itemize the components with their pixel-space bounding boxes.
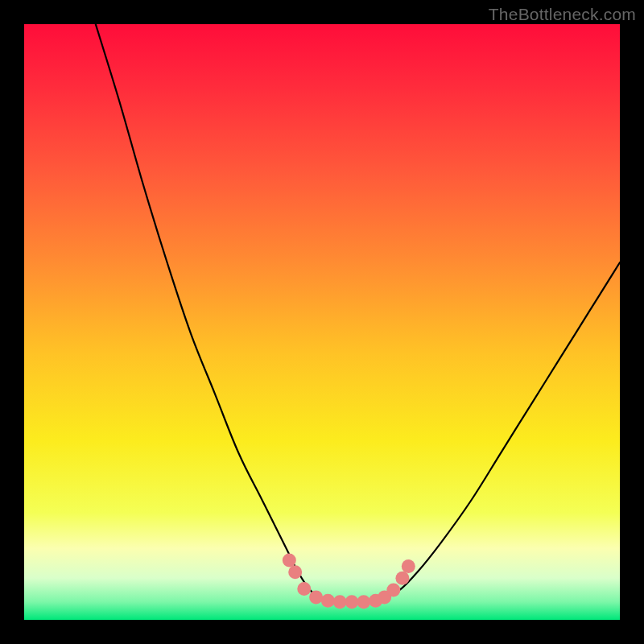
highlight-dot [345,595,359,609]
bottleneck-curve [96,24,620,602]
highlight-dots [283,554,415,609]
highlight-dot [321,594,335,608]
plot-area [24,24,620,620]
highlight-dot [386,584,400,597]
highlight-dot [357,595,370,609]
chart-curve-layer [24,24,620,620]
highlight-dot [395,572,409,585]
watermark-text: TheBottleneck.com [489,5,636,24]
highlight-dot [309,590,323,604]
highlight-dot [402,559,415,573]
highlight-dot [288,565,302,579]
highlight-dot [283,554,296,568]
highlight-dot [333,595,347,609]
outer-frame: TheBottleneck.com [0,0,644,644]
highlight-dot [297,582,311,596]
